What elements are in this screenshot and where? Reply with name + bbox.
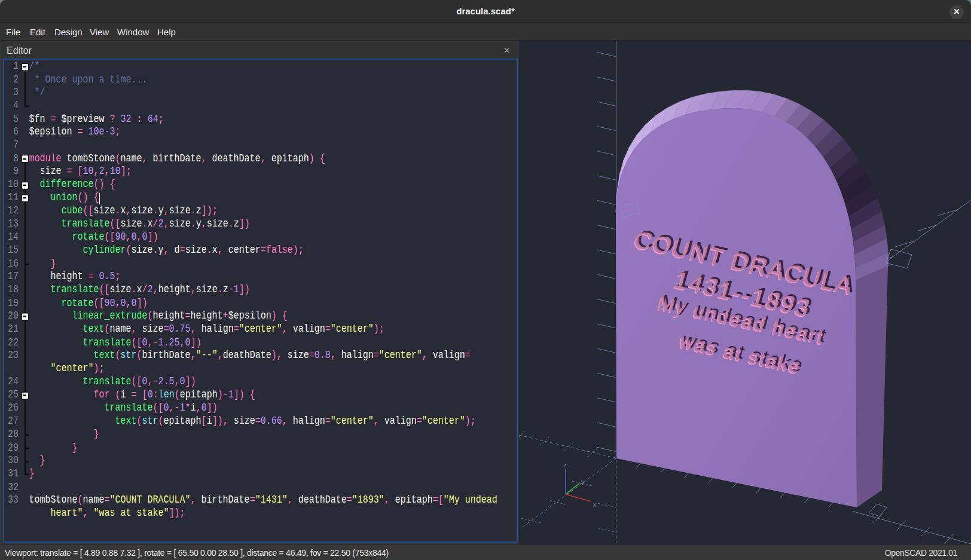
svg-text:y: y [581,478,585,485]
svg-text:z: z [563,461,566,469]
svg-text:x: x [593,501,597,508]
